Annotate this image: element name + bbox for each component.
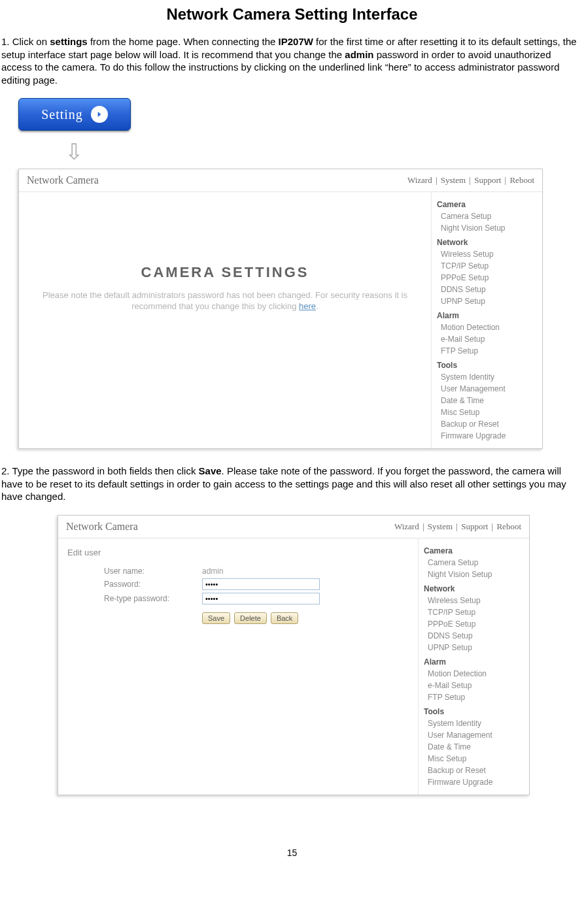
paragraph-2: 2. Type the password in both fields then… [0, 465, 584, 503]
bold-settings: settings [50, 36, 88, 47]
sidebar-item[interactable]: DDNS Setup [437, 284, 538, 295]
sidebar-item[interactable]: UPNP Setup [424, 642, 525, 653]
app-brand: Network Camera [27, 174, 99, 186]
sidebar-group-title: Tools [424, 707, 525, 716]
sidebar-group-title: Alarm [437, 311, 538, 320]
screenshot-camera-settings: Network Camera Wizard | System | Support… [18, 169, 543, 449]
text: 1. Click on [1, 36, 50, 47]
sidebar-item[interactable]: Motion Detection [437, 322, 538, 333]
bold-save: Save [199, 465, 222, 476]
sidebar-item[interactable]: Misc Setup [424, 753, 525, 765]
sidebar-item[interactable]: System Identity [424, 718, 525, 729]
sidebar-item[interactable]: Camera Setup [437, 210, 538, 222]
sidebar-item[interactable]: System Identity [437, 371, 538, 383]
sidebar-item[interactable]: Firmware Upgrade [437, 430, 538, 442]
page-title: Network Camera Setting Interface [0, 5, 584, 24]
text: 2. Type the password in both fields then… [1, 465, 199, 476]
sidebar-item[interactable]: PPPoE Setup [424, 618, 525, 630]
sidebar-item[interactable]: TCP/IP Setup [437, 260, 538, 272]
sidebar-item[interactable]: User Management [424, 729, 525, 741]
bold-admin: admin [345, 49, 373, 60]
link-system[interactable]: System [441, 175, 466, 185]
password-input[interactable] [202, 578, 320, 590]
sidebar: CameraCamera SetupNight Vision SetupNetw… [431, 192, 542, 448]
text: from the home page. When connecting the [88, 36, 279, 47]
sidebar-item[interactable]: Night Vision Setup [424, 569, 525, 580]
sidebar-group-title: Camera [437, 200, 538, 209]
setting-button[interactable]: Setting [18, 98, 131, 131]
sidebar-item[interactable]: Motion Detection [424, 668, 525, 680]
here-link[interactable]: here [299, 301, 316, 311]
link-system[interactable]: System [428, 521, 453, 531]
sidebar-item[interactable]: Camera Setup [424, 557, 525, 569]
sidebar-item[interactable]: e-Mail Setup [424, 680, 525, 691]
link-wizard[interactable]: Wizard [407, 175, 432, 185]
sidebar-item[interactable]: Backup or Reset [424, 765, 525, 776]
link-support[interactable]: Support [461, 521, 488, 531]
link-support[interactable]: Support [474, 175, 501, 185]
link-reboot[interactable]: Reboot [496, 521, 521, 531]
sidebar-item[interactable]: DDNS Setup [424, 630, 525, 642]
sidebar-item[interactable]: Date & Time [424, 741, 525, 753]
sidebar-item[interactable]: Firmware Upgrade [424, 776, 525, 788]
delete-button[interactable]: Delete [234, 612, 267, 624]
page-number: 15 [0, 848, 584, 858]
text: Please note the default administrators p… [43, 290, 407, 311]
sidebar-item[interactable]: Date & Time [437, 395, 538, 406]
retype-password-input[interactable] [202, 593, 320, 604]
sidebar-item[interactable]: FTP Setup [424, 691, 525, 703]
sidebar-item[interactable]: Wireless Setup [424, 595, 525, 606]
down-arrow-icon: ⇩ [18, 139, 129, 165]
sidebar-item[interactable]: TCP/IP Setup [424, 606, 525, 618]
app-top-links: Wizard | System | Support | Reboot [406, 175, 536, 186]
retype-password-label: Re-type password: [104, 594, 202, 603]
sidebar-item[interactable]: e-Mail Setup [437, 333, 538, 345]
sidebar-item[interactable]: Night Vision Setup [437, 222, 538, 234]
sidebar-item[interactable]: Backup or Reset [437, 418, 538, 430]
sidebar-item[interactable]: FTP Setup [437, 345, 538, 357]
sidebar-group-title: Camera [424, 546, 525, 555]
sidebar-group-title: Tools [437, 361, 538, 370]
sidebar-item[interactable]: PPPoE Setup [437, 272, 538, 284]
sidebar: CameraCamera SetupNight Vision SetupNetw… [418, 538, 529, 795]
form-title: Edit user [67, 548, 411, 557]
camera-settings-heading: CAMERA SETTINGS [26, 264, 424, 281]
link-reboot[interactable]: Reboot [509, 175, 534, 185]
sidebar-item[interactable]: Misc Setup [437, 406, 538, 418]
app-top-links: Wizard | System | Support | Reboot [393, 521, 523, 532]
link-wizard[interactable]: Wizard [394, 521, 419, 531]
sidebar-group-title: Network [437, 238, 538, 247]
username-value: admin [202, 567, 224, 576]
username-label: User name: [104, 567, 202, 576]
paragraph-1: 1. Click on settings from the home page.… [0, 35, 584, 86]
save-button[interactable]: Save [202, 612, 230, 624]
sidebar-item[interactable]: Wireless Setup [437, 248, 538, 260]
bold-ip207w: IP207W [279, 36, 313, 47]
sidebar-group-title: Network [424, 584, 525, 593]
screenshot-edit-user: Network Camera Wizard | System | Support… [58, 515, 530, 795]
sidebar-item[interactable]: UPNP Setup [437, 295, 538, 307]
password-label: Password: [104, 580, 202, 589]
setting-button-label: Setting [41, 107, 83, 122]
sidebar-group-title: Alarm [424, 657, 525, 667]
sidebar-item[interactable]: User Management [437, 383, 538, 395]
back-button[interactable]: Back [271, 612, 298, 624]
app-brand: Network Camera [66, 521, 138, 533]
arrow-right-icon [91, 106, 108, 123]
camera-settings-note: Please note the default administrators p… [26, 290, 424, 312]
text: . [316, 301, 318, 311]
